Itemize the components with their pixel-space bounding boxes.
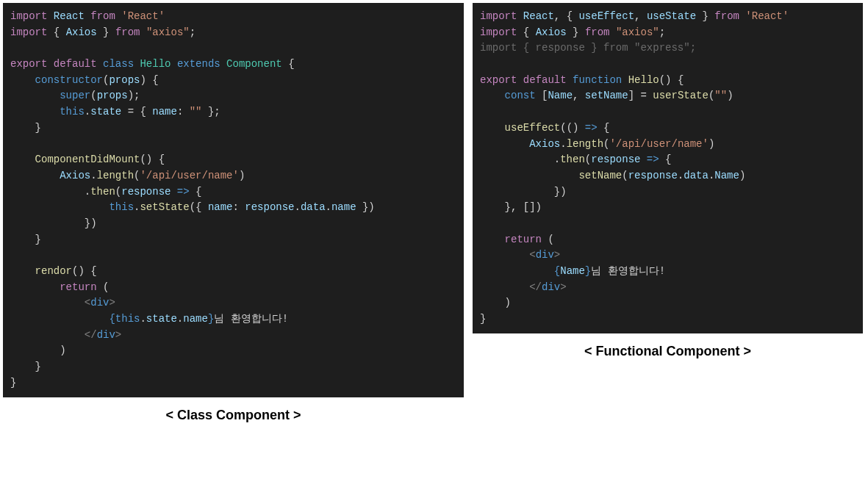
code-line: }	[10, 120, 456, 137]
code-line: return (	[480, 232, 856, 248]
code-line	[10, 137, 456, 153]
code-line: }	[10, 232, 456, 248]
code-line: }	[480, 311, 856, 328]
code-line: Axios.length('/api/user/name')	[10, 168, 456, 184]
code-line: import { Axios } from "axios";	[10, 25, 456, 41]
code-line: import React, { useEffect, useState } fr…	[480, 9, 856, 25]
code-line: export default function Hello() {	[480, 73, 856, 89]
comparison-container: import React from 'React'import { Axios …	[3, 3, 865, 423]
code-line: </div>	[480, 280, 856, 296]
code-line: })	[480, 184, 856, 201]
code-line: import { response } from "express";	[480, 40, 856, 57]
code-line: )	[10, 343, 456, 359]
code-line: this.state = { name: "" };	[10, 104, 456, 120]
code-line: ComponentDidMount() {	[10, 152, 456, 168]
functional-component-code: import React, { useEffect, useState } fr…	[473, 3, 863, 333]
code-line: useEffect(() => {	[480, 120, 856, 137]
code-line: Axios.length('/api/user/name')	[480, 137, 856, 153]
code-line: rendor() {	[10, 264, 456, 280]
code-line: </div>	[10, 328, 456, 344]
code-line: export default class Hello extends Compo…	[10, 57, 456, 73]
code-line	[10, 40, 456, 57]
code-line: }	[10, 359, 456, 375]
code-line: .then(response => {	[10, 184, 456, 201]
code-line: constructor(props) {	[10, 73, 456, 89]
code-line: super(props);	[10, 88, 456, 104]
code-line: this.setState({ name: response.data.name…	[10, 200, 456, 216]
code-line: <div>	[10, 295, 456, 311]
right-panel: import React, { useEffect, useState } fr…	[473, 3, 863, 359]
code-line: import { Axios } from "axios";	[480, 25, 856, 41]
code-line: return (	[10, 280, 456, 296]
right-caption: < Functional Component >	[473, 344, 863, 359]
left-caption: < Class Component >	[3, 408, 464, 423]
code-line: {Name}님 환영합니다!	[480, 264, 856, 280]
code-line: <div>	[480, 248, 856, 264]
code-line: const [Name, setName] = userState("")	[480, 88, 856, 104]
code-line	[10, 248, 456, 264]
code-line	[480, 216, 856, 232]
code-line: })	[10, 216, 456, 232]
left-panel: import React from 'React'import { Axios …	[3, 3, 464, 423]
code-line: }	[10, 375, 456, 391]
code-line: import React from 'React'	[10, 9, 456, 25]
code-line: setName(response.data.Name)	[480, 168, 856, 184]
code-line: {this.state.name}님 환영합니다!	[10, 311, 456, 328]
code-line: .then(response => {	[480, 152, 856, 168]
code-line: }, [])	[480, 200, 856, 216]
class-component-code: import React from 'React'import { Axios …	[3, 3, 464, 397]
code-line	[480, 104, 856, 120]
code-line: )	[480, 295, 856, 311]
code-line	[480, 57, 856, 73]
